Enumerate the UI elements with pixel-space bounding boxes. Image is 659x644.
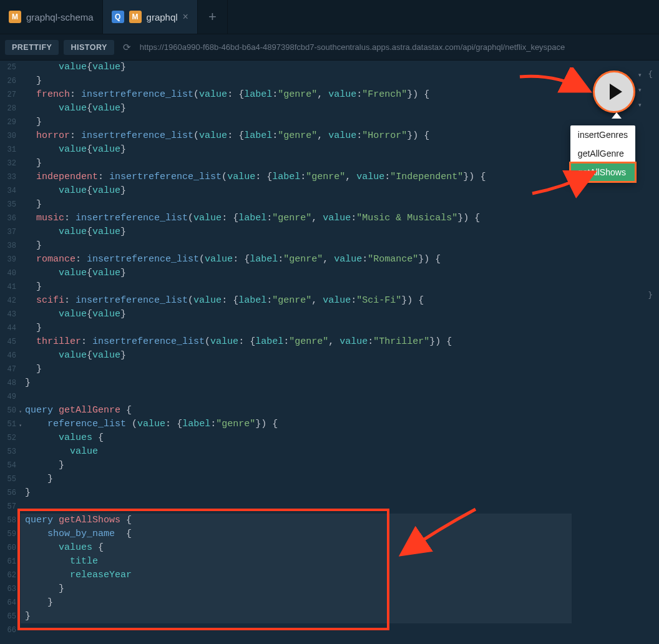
query-badge-icon: Q — [112, 11, 124, 23]
mutation-badge-icon: M — [129, 11, 142, 23]
query-editor[interactable]: 2526272829303132333435363738394041424344… — [0, 61, 634, 644]
line-gutter: 2526272829303132333435363738394041424344… — [0, 61, 21, 644]
new-tab-button[interactable]: + — [198, 0, 228, 34]
operation-item-getallshows[interactable]: getAllShows — [570, 163, 635, 182]
code-area[interactable]: value{value} } french: insertreference_l… — [21, 61, 634, 644]
close-icon[interactable]: × — [183, 11, 188, 22]
main-area: 2526272829303132333435363738394041424344… — [0, 61, 659, 644]
toolbar: PRETTIFY HISTORY ⟳ https://1960a990-f68b… — [0, 34, 659, 61]
operation-item-insertgenres[interactable]: insertGenres — [570, 125, 635, 144]
operation-menu: insertGenres getAllGenre getAllShows — [570, 125, 635, 182]
caret-icon: ▾ — [638, 87, 642, 93]
tab-graphql-schema[interactable]: M graphql-schema — [0, 0, 103, 34]
execute-button[interactable] — [593, 71, 635, 113]
result-pane: { } — [634, 61, 659, 644]
tab-label: graphql-schema — [26, 12, 94, 22]
caret-icon: ▾ — [638, 72, 642, 78]
endpoint-url: https://1960a990-f68b-46bd-b6a4-4897398f… — [140, 42, 654, 52]
prettify-button[interactable]: PRETTIFY — [5, 40, 59, 55]
history-button[interactable]: HISTORY — [64, 40, 114, 55]
mutation-badge-icon: M — [9, 11, 21, 23]
operation-item-getallgenre[interactable]: getAllGenre — [570, 144, 635, 163]
result-close-brace: } — [648, 290, 653, 300]
result-open-brace: { — [648, 69, 653, 79]
tab-bar: M graphql-schema Q M graphql × + — [0, 0, 659, 34]
tab-graphql[interactable]: Q M graphql × — [103, 0, 198, 34]
execute-area: insertGenres getAllGenre getAllShows — [593, 71, 635, 113]
reload-icon[interactable]: ⟳ — [123, 42, 131, 53]
tab-label: graphql — [147, 12, 178, 22]
caret-icon: ▾ — [638, 102, 642, 108]
dropdown-caret-icon — [612, 112, 622, 119]
